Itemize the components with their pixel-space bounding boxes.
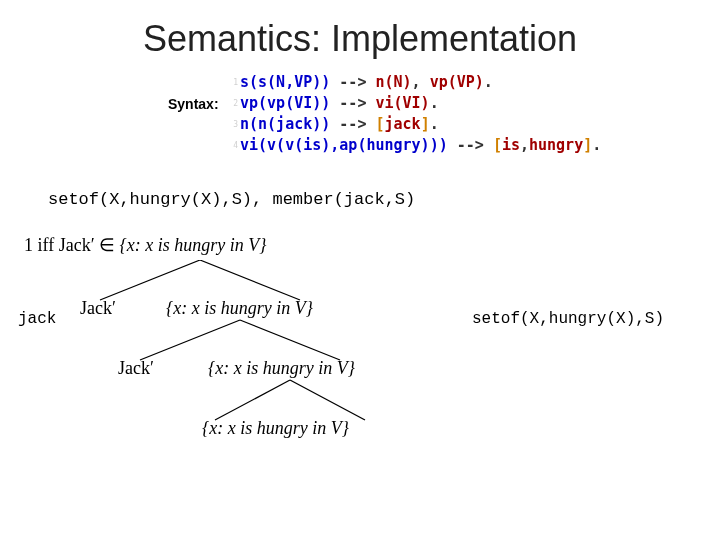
formula-set: {x: x is hungry in V} bbox=[120, 235, 267, 255]
grammar-code: 1s(s(N,VP)) --> n(N), vp(VP).2vp(vp(VI))… bbox=[228, 72, 601, 156]
page-title: Semantics: Implementation bbox=[0, 18, 720, 60]
svg-line-1 bbox=[200, 260, 300, 300]
tree-node-set-1: {x: x is hungry in V} bbox=[166, 298, 313, 319]
jack-code-label: jack bbox=[18, 310, 56, 328]
svg-line-2 bbox=[140, 320, 240, 360]
setof-code-label: setof(X,hungry(X),S) bbox=[472, 310, 664, 328]
tree-node-jack-2: Jack′ bbox=[118, 358, 154, 379]
svg-line-0 bbox=[100, 260, 200, 300]
svg-line-3 bbox=[240, 320, 340, 360]
tree-node-set-3: {x: x is hungry in V} bbox=[202, 418, 349, 439]
truth-condition: 1 iff Jack′ ∈ {x: x is hungry in V} bbox=[24, 234, 266, 256]
tree-node-set-2: {x: x is hungry in V} bbox=[208, 358, 355, 379]
tree-node-jack-1: Jack′ bbox=[80, 298, 116, 319]
formula-prefix: 1 iff Jack′ ∈ bbox=[24, 235, 120, 255]
prolog-query: setof(X,hungry(X),S), member(jack,S) bbox=[48, 190, 415, 209]
syntax-label: Syntax: bbox=[168, 96, 219, 112]
svg-line-4 bbox=[215, 380, 290, 420]
svg-line-5 bbox=[290, 380, 365, 420]
